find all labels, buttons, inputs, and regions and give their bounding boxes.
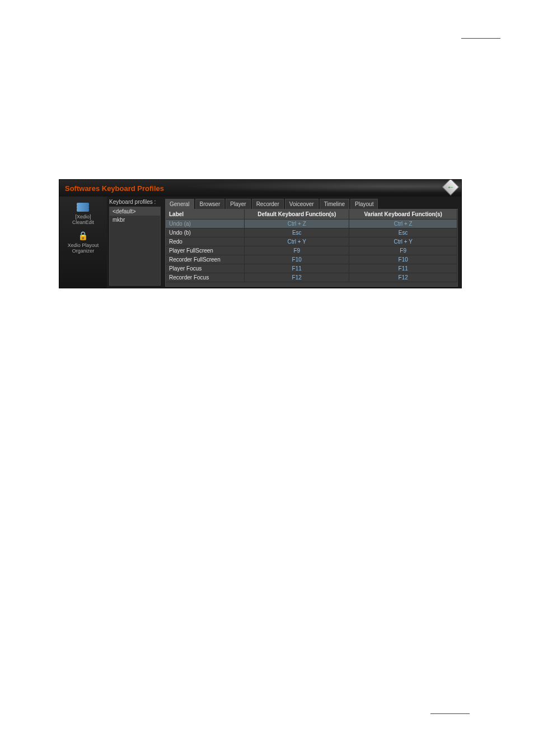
window-title: Softwares Keyboard Profiles xyxy=(65,184,164,193)
app-selector-sidebar: [Xedio] CleanEdit 🔒 Xedio Playout Organi… xyxy=(59,197,107,288)
cell-variant[interactable]: Esc xyxy=(349,228,457,237)
tab-voiceover[interactable]: Voiceover xyxy=(285,199,318,209)
col-label[interactable]: Label xyxy=(166,209,245,220)
cell-label[interactable]: Player Focus xyxy=(166,264,245,273)
cell-label[interactable]: Undo (a) xyxy=(166,220,245,228)
cell-default[interactable]: Ctrl + Y xyxy=(245,237,349,246)
col-variant[interactable]: Variant Keyboard Function(s) xyxy=(349,209,457,220)
title-bar: Softwares Keyboard Profiles xyxy=(59,180,461,197)
stack-icon xyxy=(64,201,103,213)
cell-label[interactable]: Recorder Focus xyxy=(166,273,245,282)
globe-lock-icon: 🔒 xyxy=(64,230,103,242)
table-row[interactable]: Player FullScreenF9F9 xyxy=(166,246,457,255)
table-row[interactable]: Undo (a)Ctrl + ZCtrl + Z xyxy=(166,220,457,228)
cell-default[interactable]: F9 xyxy=(245,246,349,255)
cell-variant[interactable]: Ctrl + Z xyxy=(349,220,457,228)
sidebar-item-playout-organizer[interactable]: 🔒 Xedio Playout Organizer xyxy=(64,228,103,256)
sidebar-item-cleanedit[interactable]: [Xedio] CleanEdit xyxy=(64,200,103,227)
tab-recorder[interactable]: Recorder xyxy=(252,199,284,209)
cell-variant[interactable]: Ctrl + Y xyxy=(349,237,457,246)
tabs-row: GeneralBrowserPlayerRecorderVoiceoverTim… xyxy=(165,199,458,209)
tab-timeline[interactable]: Timeline xyxy=(320,199,349,209)
sidebar-item-cleanedit-l1: [Xedio] xyxy=(64,214,103,220)
back-icon[interactable] xyxy=(442,179,459,196)
shortcuts-table-wrap: Label Default Keyboard Function(s) Varia… xyxy=(165,209,458,287)
cell-variant[interactable]: F11 xyxy=(349,264,457,273)
sidebar-item-cleanedit-l2: CleanEdit xyxy=(64,220,103,225)
keyboard-profiles-window: Softwares Keyboard Profiles [Xedio] Clea… xyxy=(59,179,462,288)
sidebar-item-playout-l2: Organizer xyxy=(64,248,103,254)
tab-player[interactable]: Player xyxy=(226,199,250,209)
tab-general[interactable]: General xyxy=(165,199,194,209)
header-underline xyxy=(461,38,500,39)
profile-item[interactable]: mkbr xyxy=(110,216,160,224)
cell-label[interactable]: Recorder FullScreen xyxy=(166,255,245,264)
shortcuts-table: Label Default Keyboard Function(s) Varia… xyxy=(166,209,457,282)
table-row[interactable]: Undo (b)EscEsc xyxy=(166,228,457,237)
cell-default[interactable]: F10 xyxy=(245,255,349,264)
cell-variant[interactable]: F9 xyxy=(349,246,457,255)
profiles-label: Keyboard profiles : xyxy=(107,197,163,207)
sidebar-item-playout-l1: Xedio Playout xyxy=(64,242,103,248)
cell-label[interactable]: Player FullScreen xyxy=(166,246,245,255)
shortcuts-panel: GeneralBrowserPlayerRecorderVoiceoverTim… xyxy=(163,197,461,288)
cell-default[interactable]: F11 xyxy=(245,264,349,273)
table-row[interactable]: Player FocusF11F11 xyxy=(166,264,457,273)
cell-variant[interactable]: F10 xyxy=(349,255,457,264)
footer-underline xyxy=(430,713,470,714)
profile-list-panel: Keyboard profiles : <default>mkbr xyxy=(107,197,163,288)
profile-item[interactable]: <default> xyxy=(110,207,160,216)
cell-default[interactable]: F12 xyxy=(245,273,349,282)
cell-label[interactable]: Undo (b) xyxy=(166,228,245,237)
tab-playout[interactable]: Playout xyxy=(350,199,378,209)
cell-label[interactable]: Redo xyxy=(166,237,245,246)
table-row[interactable]: Recorder FullScreenF10F10 xyxy=(166,255,457,264)
cell-variant[interactable]: F12 xyxy=(349,273,457,282)
tab-browser[interactable]: Browser xyxy=(195,199,225,209)
table-row[interactable]: RedoCtrl + YCtrl + Y xyxy=(166,237,457,246)
cell-default[interactable]: Esc xyxy=(245,228,349,237)
cell-default[interactable]: Ctrl + Z xyxy=(245,220,349,228)
profile-list[interactable]: <default>mkbr xyxy=(109,207,161,286)
table-row[interactable]: Recorder FocusF12F12 xyxy=(166,273,457,282)
col-default[interactable]: Default Keyboard Function(s) xyxy=(245,209,349,220)
